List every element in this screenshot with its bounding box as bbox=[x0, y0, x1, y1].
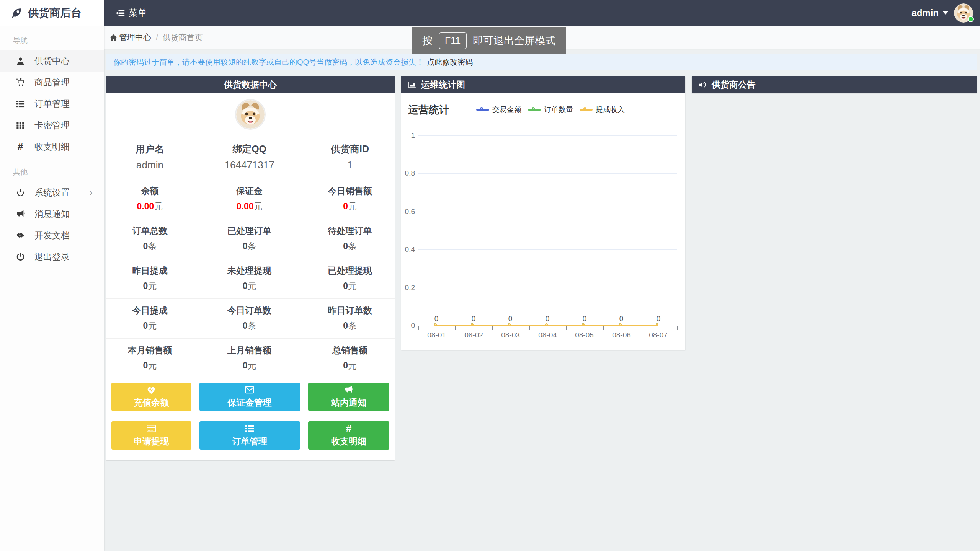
data-point-label: 0 bbox=[614, 315, 629, 323]
supplier-avatar bbox=[235, 99, 266, 130]
action-button-label: 申请提现 bbox=[134, 435, 169, 447]
站内通知-button[interactable]: 站内通知 bbox=[308, 383, 389, 411]
quick-actions: 充值余额保证金管理站内通知申请提现订单管理#收支明细 bbox=[106, 378, 395, 460]
action-button-label: 充值余额 bbox=[134, 397, 169, 409]
stat-unit: 元 bbox=[148, 281, 157, 291]
stat-number: 0 bbox=[243, 321, 248, 331]
chart-legend: 交易金额订单数量提成收入 bbox=[476, 105, 625, 115]
stat-unit: 元 bbox=[248, 281, 256, 291]
data-point-label: 0 bbox=[540, 315, 555, 323]
stat-label: 用户名 bbox=[106, 143, 194, 155]
stat-label: 订单总数 bbox=[106, 225, 194, 237]
申请提现-button[interactable]: 申请提现 bbox=[111, 421, 191, 450]
sidebar-item-供货中心[interactable]: 供货中心 bbox=[0, 50, 104, 72]
notice-panel: 供货商公告 bbox=[692, 76, 977, 93]
stat-number: admin bbox=[136, 159, 163, 171]
data-point-label: 0 bbox=[577, 315, 592, 323]
stat-cell-今日销售额: 今日销售额0元 bbox=[305, 179, 395, 219]
outdent-menu-icon bbox=[116, 8, 125, 18]
envelope-icon bbox=[245, 385, 255, 395]
fullscreen-exit-tip: 按 F11 即可退出全屏模式 bbox=[412, 27, 566, 54]
sidebar-item-label: 退出登录 bbox=[34, 251, 70, 263]
bullhorn-icon bbox=[344, 385, 354, 395]
breadcrumb-root-link[interactable]: 管理中心 bbox=[109, 32, 151, 43]
y-axis-label: 0.2 bbox=[401, 284, 415, 292]
sidebar-item-label: 系统设置 bbox=[34, 187, 70, 199]
stat-value: 0元 bbox=[194, 360, 305, 372]
chevron-right-icon: › bbox=[89, 187, 93, 197]
stat-label: 未处理提现 bbox=[194, 265, 305, 277]
handshake-icon bbox=[15, 231, 26, 240]
sidebar-item-label: 供货中心 bbox=[34, 55, 70, 67]
stat-value: 0.00元 bbox=[194, 201, 305, 212]
stat-value: 0元 bbox=[106, 360, 194, 372]
x-axis-tick bbox=[418, 326, 419, 330]
notice-header: 供货商公告 bbox=[692, 76, 977, 93]
stat-number: 164471317 bbox=[225, 159, 274, 171]
sidebar-item-商品管理[interactable]: 商品管理 bbox=[0, 72, 104, 93]
stat-value: 0元 bbox=[194, 280, 305, 292]
sidebar-section-label: 其他 bbox=[13, 167, 104, 177]
f11-key-badge: F11 bbox=[439, 32, 467, 49]
stat-number: 0 bbox=[143, 321, 148, 331]
stat-label: 已处理提现 bbox=[305, 265, 395, 277]
user-avatar[interactable] bbox=[954, 3, 973, 23]
sidebar-item-消息通知[interactable]: 消息通知 bbox=[0, 203, 104, 225]
y-axis-label: 0.8 bbox=[401, 169, 415, 178]
sidebar-item-卡密管理[interactable]: 卡密管理 bbox=[0, 114, 104, 136]
user-menu[interactable]: admin bbox=[911, 8, 949, 18]
chart-head: 运营统计 交易金额订单数量提成收入 bbox=[401, 93, 685, 117]
stat-label: 上月销售额 bbox=[194, 344, 305, 356]
panels-row: 供货数据中心 用户名admin绑定QQ164471317供货商ID1余额0.00… bbox=[106, 76, 977, 460]
menu-label: 菜单 bbox=[129, 7, 147, 19]
menu-toggle-button[interactable]: 菜单 bbox=[104, 0, 158, 26]
gridline bbox=[418, 249, 677, 250]
stat-cell-昨日提成: 昨日提成0元 bbox=[106, 259, 194, 298]
volume-icon bbox=[698, 80, 707, 89]
收支明细-button[interactable]: #收支明细 bbox=[308, 421, 389, 450]
stat-value: 0元 bbox=[305, 280, 395, 292]
sidebar-item-退出登录[interactable]: 退出登录 bbox=[0, 246, 104, 267]
gridline bbox=[418, 173, 677, 174]
data-center-title: 供货数据中心 bbox=[224, 79, 277, 91]
legend-item-交易金额[interactable]: 交易金额 bbox=[476, 105, 521, 115]
legend-label: 提成收入 bbox=[596, 105, 625, 115]
充值余额-button[interactable]: 充值余额 bbox=[111, 383, 191, 411]
保证金管理-button[interactable]: 保证金管理 bbox=[199, 383, 300, 411]
hash-icon: # bbox=[15, 142, 26, 152]
sidebar-item-开发文档[interactable]: 开发文档 bbox=[0, 225, 104, 246]
legend-item-订单数量[interactable]: 订单数量 bbox=[528, 105, 573, 115]
stat-cell-订单总数: 订单总数0条 bbox=[106, 219, 194, 259]
stat-cell-上月销售额: 上月销售额0元 bbox=[194, 339, 305, 378]
action-row: 申请提现订单管理#收支明细 bbox=[111, 417, 389, 455]
chart-subtitle: 运营统计 bbox=[408, 103, 449, 117]
stat-number: 0 bbox=[343, 281, 348, 291]
stat-label: 绑定QQ bbox=[194, 143, 305, 155]
订单管理-button[interactable]: 订单管理 bbox=[199, 421, 300, 450]
stat-cell-已处理订单: 已处理订单0条 bbox=[194, 219, 305, 259]
topbar-right: admin bbox=[911, 3, 980, 23]
stat-cell-绑定QQ: 绑定QQ164471317 bbox=[194, 135, 305, 179]
stat-cell-本月销售额: 本月销售额0元 bbox=[106, 339, 194, 378]
home-icon bbox=[109, 34, 118, 42]
stat-label: 供货商ID bbox=[305, 143, 395, 155]
x-axis-tick bbox=[566, 326, 567, 330]
y-axis-label: 0 bbox=[401, 321, 415, 330]
stat-number: 0.00 bbox=[137, 201, 154, 211]
fs-tip-suffix: 即可退出全屏模式 bbox=[473, 34, 555, 47]
caret-down-icon bbox=[942, 11, 949, 15]
legend-item-提成收入[interactable]: 提成收入 bbox=[580, 105, 625, 115]
sidebar-item-系统设置[interactable]: 系统设置› bbox=[0, 182, 104, 203]
legend-circle bbox=[480, 107, 483, 110]
y-axis-label: 0.4 bbox=[401, 245, 415, 254]
stat-value: admin bbox=[106, 159, 194, 171]
sidebar-item-订单管理[interactable]: 订单管理 bbox=[0, 93, 104, 114]
ops-chart-panel: 运维统计图 运营统计 交易金额订单数量提成收入 00.20.40.60.8108… bbox=[401, 76, 685, 350]
stat-value: 164471317 bbox=[194, 159, 305, 171]
stat-cell-昨日订单数: 昨日订单数0条 bbox=[305, 299, 395, 338]
sidebar-item-收支明细[interactable]: #收支明细 bbox=[0, 136, 104, 157]
change-password-link[interactable]: 点此修改密码 bbox=[427, 57, 473, 67]
sidebar-item-label: 商品管理 bbox=[34, 77, 70, 88]
gridline bbox=[418, 212, 677, 212]
stat-unit: 元 bbox=[148, 360, 157, 370]
